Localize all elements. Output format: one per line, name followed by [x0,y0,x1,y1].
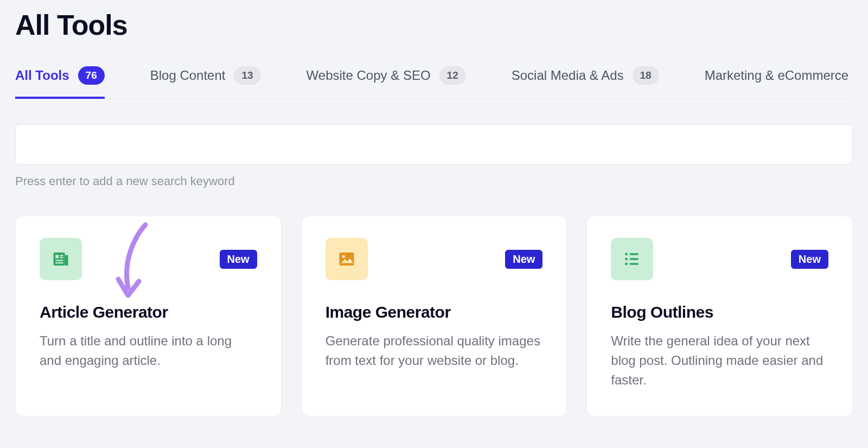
tool-card-blog-outlines[interactable]: New Blog Outlines Write the general idea… [586,216,853,417]
tab-label: Marketing & eCommerce [705,68,848,83]
new-badge: New [220,250,257,269]
tab-marketing-ecommerce[interactable]: Marketing & eCommerce [705,68,848,97]
card-header: New [326,238,543,280]
list-icon [611,238,653,280]
tab-label: Blog Content [150,68,226,83]
page-title: All Tools [15,9,853,41]
svg-point-11 [625,258,628,261]
svg-rect-6 [65,255,68,266]
svg-point-8 [342,255,344,258]
image-icon [326,238,368,280]
svg-rect-0 [54,253,65,266]
card-title: Article Generator [40,303,257,321]
tab-label: Website Copy & SEO [307,68,431,83]
svg-rect-2 [60,255,63,256]
svg-rect-5 [55,262,63,263]
page: All Tools All Tools 76 Blog Content 13 W… [0,0,868,417]
card-description: Generate professional quality images fro… [326,331,543,370]
search-input[interactable] [15,124,853,165]
tool-card-article-generator[interactable]: New Article Generator Turn a title and o… [15,216,282,417]
search-section: Press enter to add a new search keyword [15,124,853,188]
category-tabs: All Tools 76 Blog Content 13 Website Cop… [15,66,853,99]
card-description: Write the general idea of your next blog… [611,331,828,390]
tab-social-media-ads[interactable]: Social Media & Ads 18 [512,66,659,99]
svg-rect-3 [60,257,63,258]
tool-card-grid: New Article Generator Turn a title and o… [15,216,853,417]
card-header: New [611,238,828,280]
card-header: New [40,238,257,280]
tab-count-badge: 13 [234,66,260,85]
svg-rect-12 [630,258,639,260]
tab-website-copy-seo[interactable]: Website Copy & SEO 12 [307,66,466,99]
svg-rect-7 [339,253,354,266]
search-help-text: Press enter to add a new search keyword [15,174,853,188]
tab-count-badge: 18 [633,66,659,85]
tab-count-badge: 76 [78,66,105,85]
tab-label: All Tools [15,68,69,83]
svg-rect-10 [630,253,639,255]
svg-point-13 [625,263,628,266]
newspaper-icon [40,238,82,280]
card-title: Blog Outlines [611,303,828,321]
card-title: Image Generator [326,303,543,321]
tab-count-badge: 12 [439,66,466,85]
svg-rect-4 [55,260,63,261]
svg-point-9 [625,253,628,256]
tab-blog-content[interactable]: Blog Content 13 [150,66,261,99]
tab-label: Social Media & Ads [512,68,624,83]
tool-card-image-generator[interactable]: New Image Generator Generate professiona… [301,216,567,417]
new-badge: New [505,250,542,269]
svg-rect-1 [55,255,59,258]
tab-all-tools[interactable]: All Tools 76 [15,66,105,99]
svg-rect-14 [630,263,639,265]
card-description: Turn a title and outline into a long and… [40,331,257,370]
new-badge: New [791,250,828,269]
